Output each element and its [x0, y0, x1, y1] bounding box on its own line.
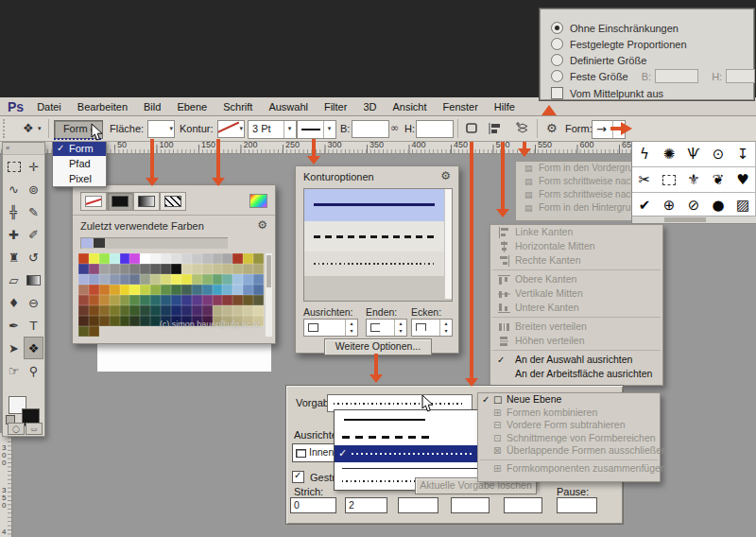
color-swatch[interactable]	[110, 305, 120, 316]
recent-color-swatch[interactable]	[94, 238, 105, 248]
color-swatch[interactable]	[171, 305, 181, 316]
color-swatch[interactable]	[253, 264, 264, 274]
eyedropper-tool[interactable]: ✎	[24, 200, 43, 223]
menu-item-ansicht[interactable]: Ansicht	[392, 101, 426, 113]
move-tool[interactable]: ✛	[24, 155, 43, 178]
color-swatch[interactable]	[78, 285, 89, 295]
stroke-align-select[interactable]: ▴▾	[303, 319, 358, 337]
quick-mask-button[interactable]: ◯	[8, 423, 25, 435]
scrollbar-thumb[interactable]	[664, 217, 706, 222]
menu-item-ebene[interactable]: Ebene	[177, 101, 207, 113]
stroke-width-combo[interactable]: 3 Pt▾	[248, 120, 297, 139]
color-swatch[interactable]	[253, 295, 264, 305]
gap-length-input[interactable]: 2	[345, 497, 387, 513]
shape-diagonal-stripes[interactable]: ▨	[730, 193, 756, 218]
color-swatch[interactable]	[202, 285, 213, 295]
color-swatch[interactable]	[243, 295, 253, 305]
color-swatch[interactable]	[181, 285, 192, 295]
color-swatch[interactable]	[78, 316, 89, 326]
color-swatch[interactable]	[140, 264, 150, 274]
color-swatch[interactable]	[120, 316, 130, 326]
stroke-swatch-button[interactable]: ▾	[217, 120, 245, 138]
path-ops-menu-item[interactable]: ⊠Überlappende Formen ausschließen	[478, 444, 660, 458]
stroke-style-combo[interactable]: ▾	[297, 120, 336, 139]
color-swatch[interactable]	[161, 295, 171, 305]
color-swatch[interactable]	[110, 264, 120, 274]
color-swatch[interactable]	[202, 295, 213, 305]
color-swatch[interactable]	[192, 295, 202, 305]
align-menu-item[interactable]: An der Arbeitsfläche ausrichten	[490, 367, 662, 381]
color-swatch[interactable]	[99, 316, 110, 326]
color-swatch[interactable]	[110, 316, 120, 326]
option-from-center[interactable]: Vom Mittelpunkt aus	[551, 87, 663, 99]
toolbar-collapse-button[interactable]: «	[3, 143, 44, 155]
lasso-tool[interactable]: ∿	[4, 178, 24, 200]
color-swatch[interactable]	[161, 285, 171, 295]
color-swatch[interactable]	[181, 305, 192, 316]
path-ops-menu-item[interactable]: ⊡Schnittmenge von Formbereichen	[478, 432, 660, 445]
color-swatch[interactable]	[110, 295, 120, 305]
color-swatch[interactable]	[89, 305, 99, 316]
fill-swatch-button[interactable]: ▾	[147, 120, 175, 138]
color-swatch[interactable]	[120, 264, 130, 274]
color-swatch[interactable]	[171, 285, 181, 295]
color-swatch[interactable]	[181, 264, 192, 274]
shape-speech-bubble[interactable]: ●	[706, 193, 731, 218]
color-swatch[interactable]	[192, 274, 202, 285]
color-swatch[interactable]	[213, 305, 223, 316]
checkbox-icon[interactable]	[551, 87, 563, 99]
color-swatch[interactable]	[213, 295, 223, 305]
arrange-menu-item[interactable]: ▤Form schrittweise nach	[516, 188, 632, 201]
panel-grip-icon[interactable]	[3, 119, 9, 138]
color-swatch[interactable]	[99, 295, 110, 305]
color-swatch[interactable]	[243, 305, 253, 316]
arrange-menu-item[interactable]: ▤Form in den Hintergrun	[516, 201, 632, 215]
hand-tool[interactable]: ☞	[4, 359, 24, 382]
color-swatch[interactable]	[232, 253, 243, 264]
color-swatch[interactable]	[192, 264, 202, 274]
color-swatch[interactable]	[181, 295, 192, 305]
menu-item-schrift[interactable]: Schrift	[223, 101, 252, 113]
color-swatch[interactable]	[110, 274, 120, 285]
color-swatch[interactable]	[213, 285, 223, 295]
color-swatch[interactable]	[89, 253, 99, 264]
color-swatch[interactable]	[150, 253, 161, 264]
color-swatch[interactable]	[192, 285, 202, 295]
shape-no-symbol[interactable]: ⊘	[681, 193, 707, 218]
custom-shape-tool[interactable]: ❖	[24, 337, 43, 359]
dash-pattern-input[interactable]	[504, 497, 542, 513]
h-field[interactable]	[726, 69, 755, 83]
color-swatch[interactable]	[222, 295, 232, 305]
zoom-tool[interactable]: ⚲	[24, 359, 43, 382]
align-menu-item[interactable]: Untere Kanten	[490, 301, 662, 315]
stroke-style-dashed[interactable]	[304, 221, 444, 251]
color-swatch[interactable]	[129, 274, 140, 285]
option-fixed-size[interactable]: Feste Größe B: H:	[551, 70, 755, 82]
color-swatch[interactable]	[171, 295, 181, 305]
path-ops-menu-item[interactable]: ⊟Vordere Form subtrahieren	[478, 419, 660, 432]
scrollbar-thumb[interactable]	[266, 255, 271, 287]
color-swatch[interactable]	[89, 274, 99, 285]
option-defined-size[interactable]: Definierte Größe	[551, 54, 646, 66]
align-menu-item[interactable]: ✓An der Auswahl ausrichten	[490, 353, 662, 367]
arrange-menu-item[interactable]: ▤Form in den Vordergrun	[516, 162, 632, 175]
color-swatch[interactable]	[243, 253, 253, 264]
color-swatch[interactable]	[99, 305, 110, 316]
mode-menu-item-form[interactable]: ✓Form	[53, 141, 106, 156]
gradient-tool[interactable]	[24, 268, 43, 291]
color-swatch[interactable]	[99, 274, 110, 285]
color-swatch[interactable]	[192, 253, 202, 264]
color-swatch[interactable]	[253, 285, 264, 295]
dash-pattern-input[interactable]	[557, 497, 597, 513]
color-swatch[interactable]	[99, 285, 110, 295]
color-swatch[interactable]	[222, 253, 232, 264]
arrange-menu-item[interactable]: ▤Form schrittweise nach	[516, 175, 632, 188]
shape-heart[interactable]: ♥	[730, 167, 756, 193]
quick-selection-tool[interactable]: ⊚	[24, 178, 43, 200]
path-ops-menu-item[interactable]: ⊞Formen kombinieren	[478, 407, 660, 420]
color-swatch[interactable]	[140, 295, 150, 305]
color-swatch[interactable]	[140, 316, 150, 326]
path-alignment-button[interactable]	[488, 122, 503, 137]
dash-pattern-input[interactable]	[398, 497, 438, 513]
menu-item-filter[interactable]: Filter	[324, 101, 347, 113]
